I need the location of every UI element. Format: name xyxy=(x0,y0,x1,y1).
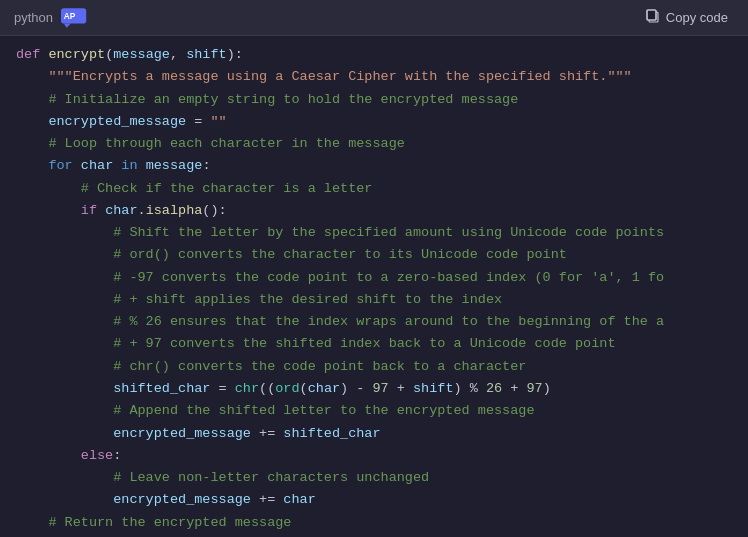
header-bar: python AP Copy code xyxy=(0,0,748,36)
header-left: python AP xyxy=(14,8,89,28)
code-body: def encrypt(message, shift): """Encrypts… xyxy=(0,36,748,537)
logo-icon: AP xyxy=(61,8,89,28)
svg-text:AP: AP xyxy=(64,11,76,21)
svg-rect-3 xyxy=(647,10,656,20)
code-container: python AP Copy code def encr xyxy=(0,0,748,537)
copy-code-button[interactable]: Copy code xyxy=(640,7,734,28)
copy-label: Copy code xyxy=(666,10,728,25)
copy-icon xyxy=(646,9,660,26)
language-badge: python xyxy=(14,10,53,25)
code-block: def encrypt(message, shift): """Encrypts… xyxy=(16,44,732,537)
logo-area: AP xyxy=(61,8,89,28)
